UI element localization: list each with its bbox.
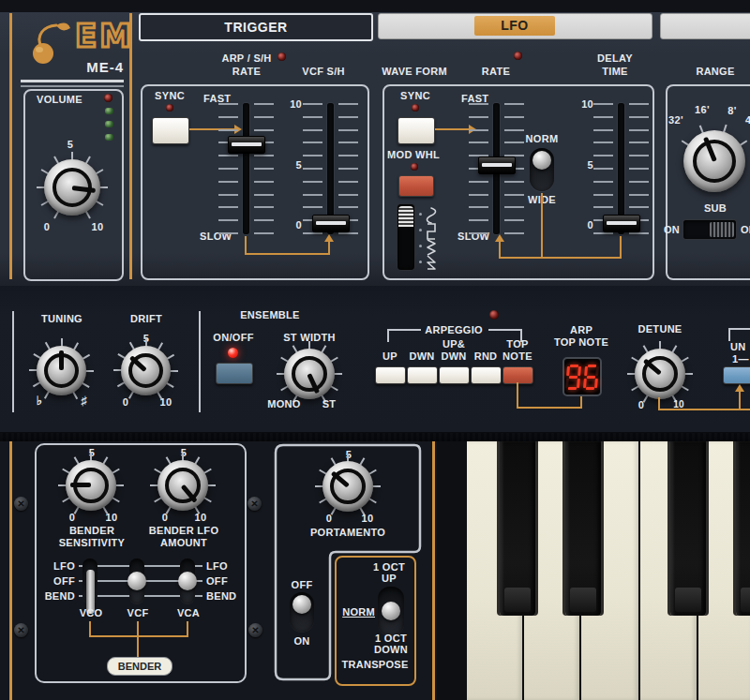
unison-button[interactable] bbox=[723, 366, 750, 384]
arp-rnd-button[interactable] bbox=[471, 366, 502, 384]
black-key[interactable] bbox=[670, 441, 706, 616]
trigger-sync-label: SYNC bbox=[155, 90, 185, 101]
vca-bender-switch[interactable] bbox=[180, 559, 195, 603]
arp-up-button[interactable] bbox=[375, 366, 406, 384]
lfo-sync-button[interactable] bbox=[398, 117, 435, 144]
volume-knob[interactable] bbox=[44, 159, 100, 216]
drift-label: DRIFT bbox=[130, 313, 162, 324]
range-knob[interactable] bbox=[683, 130, 745, 192]
delay-scale-0: 0 bbox=[575, 219, 593, 231]
lfo-waveform-selector-handle[interactable] bbox=[398, 206, 413, 227]
arp-display-label2: TOP NOTE bbox=[554, 336, 608, 348]
routing-line bbox=[499, 257, 622, 259]
square-wave-icon bbox=[422, 223, 439, 240]
routing-line bbox=[245, 253, 330, 255]
detune-knob[interactable] bbox=[635, 349, 685, 399]
sine-wave-icon bbox=[422, 207, 439, 224]
meter-led bbox=[105, 108, 113, 114]
bender-lfo-label: LFO bbox=[28, 560, 75, 572]
black-key[interactable] bbox=[736, 441, 750, 616]
trigger-rate-led bbox=[278, 52, 286, 61]
vca-label: VCA bbox=[177, 607, 200, 618]
portamento-label: PORTAMENTO bbox=[310, 527, 385, 538]
mod-whl-button[interactable] bbox=[398, 175, 434, 197]
range-8-label: 8' bbox=[728, 105, 736, 116]
trigger-sync-button[interactable] bbox=[152, 117, 189, 144]
norm-wide-switch[interactable] bbox=[530, 148, 554, 191]
logo-rule bbox=[21, 85, 124, 87]
logo-rule bbox=[21, 80, 124, 82]
arp-topnote-label: TOP bbox=[506, 338, 528, 350]
portamento-knob[interactable] bbox=[322, 461, 373, 512]
drift-scale-0: 0 bbox=[123, 396, 128, 408]
vcf-sh-slider[interactable] bbox=[327, 103, 334, 234]
arp-dwn-button[interactable] bbox=[407, 366, 438, 384]
lfo-rate-label: RATE bbox=[482, 66, 510, 77]
sub-switch-handle[interactable] bbox=[710, 222, 734, 237]
bender-pill-label: BENDER bbox=[107, 657, 172, 676]
routing-line bbox=[245, 236, 247, 255]
arp-sh-rate-slider[interactable] bbox=[243, 103, 249, 234]
trigger-sync-led bbox=[166, 104, 173, 112]
routing-line bbox=[620, 236, 622, 259]
porta-scale-10: 10 bbox=[362, 513, 374, 524]
lfo-header: LFO bbox=[378, 13, 652, 39]
unison-item-label: 1— bbox=[732, 353, 749, 365]
drift-knob[interactable] bbox=[121, 346, 171, 395]
routing-line bbox=[89, 635, 188, 637]
arpeggio-bracket bbox=[387, 329, 421, 342]
bender-amt-label2: AMOUNT bbox=[160, 537, 207, 548]
waveform-label: WAVE FORM bbox=[382, 66, 447, 77]
transpose-label: TRANSPOSE bbox=[341, 659, 408, 670]
range-4-label: 4' bbox=[745, 114, 750, 126]
amt-scale-10: 10 bbox=[195, 512, 207, 523]
norm-label: NORM bbox=[526, 133, 559, 144]
routing-line bbox=[517, 407, 582, 409]
mod-whl-label: MOD WHL bbox=[387, 149, 440, 160]
sens-scale-0: 0 bbox=[69, 512, 75, 523]
bender-sensitivity-knob[interactable] bbox=[66, 460, 116, 511]
sub-on-label: ON bbox=[659, 224, 680, 235]
lfo-header-badge: LFO bbox=[474, 16, 555, 36]
volume-led bbox=[104, 94, 112, 102]
black-key[interactable] bbox=[565, 441, 601, 616]
arp-sh-rate-label: RATE bbox=[232, 66, 261, 77]
bender-amt-label1: BENDER LFO bbox=[149, 525, 219, 536]
routing-line bbox=[658, 409, 750, 410]
bender-bend-label: BEND bbox=[28, 590, 75, 602]
st-width-knob[interactable] bbox=[284, 349, 335, 399]
transpose-switch[interactable] bbox=[378, 587, 404, 635]
mod-whl-led bbox=[411, 163, 418, 171]
sens-scale-10: 10 bbox=[106, 512, 118, 523]
routing-line bbox=[499, 242, 501, 257]
porta-scale-0: 0 bbox=[326, 513, 332, 524]
meter-led bbox=[105, 121, 113, 127]
transpose-down-label1: 1 OCT bbox=[375, 633, 407, 644]
delay-scale-5: 5 bbox=[575, 159, 593, 171]
tuning-knob[interactable] bbox=[37, 346, 86, 395]
sub-switch[interactable] bbox=[683, 220, 736, 239]
arp-display-label: ARP bbox=[570, 324, 592, 335]
vcf-bender-switch[interactable] bbox=[129, 559, 144, 603]
divider bbox=[199, 311, 201, 412]
arp-updwn-label: UP& bbox=[442, 338, 465, 350]
drift-scale-10: 10 bbox=[160, 396, 172, 408]
volume-label: VOLUME bbox=[37, 94, 82, 105]
ensemble-onoff-button[interactable] bbox=[216, 363, 253, 384]
tuning-sharp-label: ♯ bbox=[82, 395, 88, 407]
delay-time-slider[interactable] bbox=[618, 103, 624, 234]
detune-label: DETUNE bbox=[638, 323, 682, 335]
portamento-onoff-switch[interactable] bbox=[290, 592, 314, 632]
arp-up-label: UP bbox=[382, 350, 398, 362]
delay-label: DELAY bbox=[597, 52, 633, 64]
unison-label: UN bbox=[730, 341, 746, 352]
arpeggio-led bbox=[489, 310, 499, 320]
bender-lfo-amount-knob[interactable] bbox=[158, 460, 208, 511]
black-key[interactable] bbox=[500, 441, 535, 616]
arp-updwn-button[interactable] bbox=[439, 366, 470, 384]
delay-time-label: TIME bbox=[602, 66, 627, 77]
lfo-rate-led bbox=[514, 52, 522, 60]
lfo-rate-slider[interactable] bbox=[493, 103, 500, 234]
range-32-label: 32' bbox=[668, 114, 683, 126]
bender-lfo-label-r: LFO bbox=[206, 560, 228, 572]
